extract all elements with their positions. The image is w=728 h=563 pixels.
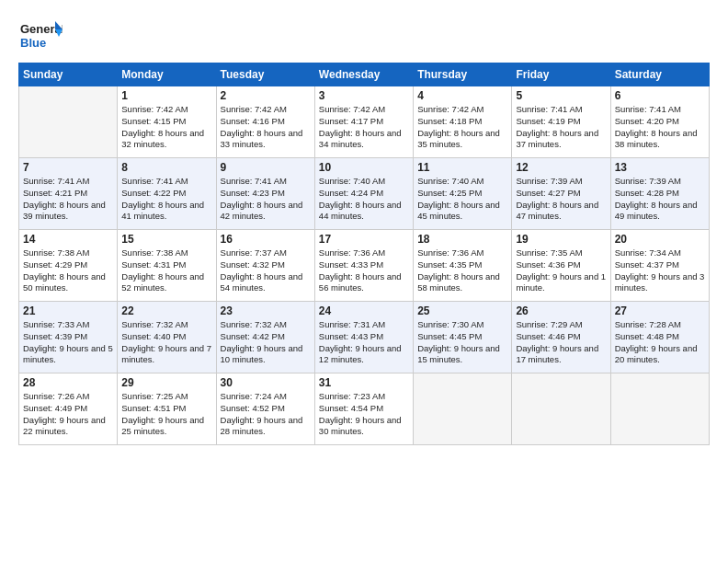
calendar-cell: 9Sunrise: 7:41 AM Sunset: 4:23 PM Daylig…: [216, 158, 314, 230]
cell-info: Sunrise: 7:36 AM Sunset: 4:33 PM Dayligh…: [319, 247, 409, 294]
calendar-cell: 29Sunrise: 7:25 AM Sunset: 4:51 PM Dayli…: [118, 373, 216, 445]
day-number: 1: [121, 89, 211, 102]
weekday-header: Saturday: [610, 63, 709, 86]
cell-info: Sunrise: 7:42 AM Sunset: 4:18 PM Dayligh…: [417, 104, 507, 151]
calendar-cell: 26Sunrise: 7:29 AM Sunset: 4:46 PM Dayli…: [512, 302, 610, 373]
cell-info: Sunrise: 7:41 AM Sunset: 4:20 PM Dayligh…: [615, 104, 705, 151]
cell-info: Sunrise: 7:37 AM Sunset: 4:32 PM Dayligh…: [221, 247, 311, 294]
calendar-cell: 13Sunrise: 7:39 AM Sunset: 4:28 PM Dayli…: [610, 158, 709, 230]
cell-info: Sunrise: 7:24 AM Sunset: 4:52 PM Dayligh…: [221, 391, 311, 438]
day-number: 28: [23, 376, 113, 389]
calendar-cell: 6Sunrise: 7:41 AM Sunset: 4:20 PM Daylig…: [610, 86, 709, 158]
calendar-cell: 10Sunrise: 7:40 AM Sunset: 4:24 PM Dayli…: [314, 158, 413, 230]
calendar-cell: 30Sunrise: 7:24 AM Sunset: 4:52 PM Dayli…: [216, 373, 314, 445]
calendar-cell: [610, 373, 709, 445]
calendar-cell: 7Sunrise: 7:41 AM Sunset: 4:21 PM Daylig…: [19, 158, 118, 230]
calendar-week-row: 28Sunrise: 7:26 AM Sunset: 4:49 PM Dayli…: [19, 373, 710, 445]
calendar-cell: 5Sunrise: 7:41 AM Sunset: 4:19 PM Daylig…: [512, 86, 610, 158]
day-number: 6: [615, 89, 705, 102]
calendar-cell: [512, 373, 610, 445]
calendar-week-row: 21Sunrise: 7:33 AM Sunset: 4:39 PM Dayli…: [19, 302, 710, 373]
day-number: 25: [417, 304, 507, 317]
cell-info: Sunrise: 7:41 AM Sunset: 4:22 PM Dayligh…: [121, 176, 211, 223]
calendar-cell: 16Sunrise: 7:37 AM Sunset: 4:32 PM Dayli…: [216, 230, 314, 302]
cell-info: Sunrise: 7:25 AM Sunset: 4:51 PM Dayligh…: [121, 391, 211, 438]
calendar-cell: 19Sunrise: 7:35 AM Sunset: 4:36 PM Dayli…: [512, 230, 610, 302]
day-number: 20: [615, 233, 705, 246]
calendar-cell: 18Sunrise: 7:36 AM Sunset: 4:35 PM Dayli…: [414, 230, 512, 302]
calendar-cell: 3Sunrise: 7:42 AM Sunset: 4:17 PM Daylig…: [314, 86, 413, 158]
calendar-cell: 11Sunrise: 7:40 AM Sunset: 4:25 PM Dayli…: [414, 158, 512, 230]
calendar-cell: 25Sunrise: 7:30 AM Sunset: 4:45 PM Dayli…: [414, 302, 512, 373]
header: General Blue: [18, 17, 710, 53]
day-number: 8: [121, 161, 211, 174]
calendar-cell: [414, 373, 512, 445]
calendar-body: 1Sunrise: 7:42 AM Sunset: 4:15 PM Daylig…: [19, 86, 710, 445]
day-number: 19: [516, 233, 606, 246]
day-number: 24: [319, 304, 409, 317]
day-number: 10: [319, 161, 409, 174]
cell-info: Sunrise: 7:36 AM Sunset: 4:35 PM Dayligh…: [417, 247, 507, 294]
calendar-week-row: 14Sunrise: 7:38 AM Sunset: 4:29 PM Dayli…: [19, 230, 710, 302]
calendar-cell: 28Sunrise: 7:26 AM Sunset: 4:49 PM Dayli…: [19, 373, 118, 445]
weekday-header: Sunday: [19, 63, 118, 86]
calendar-cell: 4Sunrise: 7:42 AM Sunset: 4:18 PM Daylig…: [414, 86, 512, 158]
calendar-cell: 20Sunrise: 7:34 AM Sunset: 4:37 PM Dayli…: [610, 230, 709, 302]
cell-info: Sunrise: 7:28 AM Sunset: 4:48 PM Dayligh…: [615, 319, 705, 366]
cell-info: Sunrise: 7:34 AM Sunset: 4:37 PM Dayligh…: [615, 247, 705, 294]
weekday-header: Monday: [118, 63, 216, 86]
cell-info: Sunrise: 7:35 AM Sunset: 4:36 PM Dayligh…: [516, 247, 606, 294]
cell-info: Sunrise: 7:40 AM Sunset: 4:24 PM Dayligh…: [319, 176, 409, 223]
cell-info: Sunrise: 7:30 AM Sunset: 4:45 PM Dayligh…: [417, 319, 507, 366]
day-number: 22: [121, 304, 211, 317]
calendar-header-row: SundayMondayTuesdayWednesdayThursdayFrid…: [19, 63, 710, 86]
calendar-cell: 2Sunrise: 7:42 AM Sunset: 4:16 PM Daylig…: [216, 86, 314, 158]
cell-info: Sunrise: 7:29 AM Sunset: 4:46 PM Dayligh…: [516, 319, 606, 366]
cell-info: Sunrise: 7:41 AM Sunset: 4:23 PM Dayligh…: [221, 176, 311, 223]
calendar-cell: 22Sunrise: 7:32 AM Sunset: 4:40 PM Dayli…: [118, 302, 216, 373]
weekday-header: Thursday: [414, 63, 512, 86]
calendar-cell: [19, 86, 118, 158]
cell-info: Sunrise: 7:41 AM Sunset: 4:19 PM Dayligh…: [516, 104, 606, 151]
weekday-header: Wednesday: [314, 63, 413, 86]
calendar-cell: 8Sunrise: 7:41 AM Sunset: 4:22 PM Daylig…: [118, 158, 216, 230]
calendar-cell: 27Sunrise: 7:28 AM Sunset: 4:48 PM Dayli…: [610, 302, 709, 373]
day-number: 23: [221, 304, 311, 317]
cell-info: Sunrise: 7:42 AM Sunset: 4:16 PM Dayligh…: [221, 104, 311, 151]
day-number: 3: [319, 89, 409, 102]
cell-info: Sunrise: 7:33 AM Sunset: 4:39 PM Dayligh…: [23, 319, 113, 366]
cell-info: Sunrise: 7:31 AM Sunset: 4:43 PM Dayligh…: [319, 319, 409, 366]
day-number: 2: [221, 89, 311, 102]
day-number: 26: [516, 304, 606, 317]
day-number: 27: [615, 304, 705, 317]
calendar-cell: 17Sunrise: 7:36 AM Sunset: 4:33 PM Dayli…: [314, 230, 413, 302]
day-number: 12: [516, 161, 606, 174]
day-number: 13: [615, 161, 705, 174]
day-number: 11: [417, 161, 507, 174]
cell-info: Sunrise: 7:38 AM Sunset: 4:31 PM Dayligh…: [121, 247, 211, 294]
calendar-cell: 1Sunrise: 7:42 AM Sunset: 4:15 PM Daylig…: [118, 86, 216, 158]
day-number: 30: [221, 376, 311, 389]
calendar-cell: 21Sunrise: 7:33 AM Sunset: 4:39 PM Dayli…: [19, 302, 118, 373]
calendar-cell: 31Sunrise: 7:23 AM Sunset: 4:54 PM Dayli…: [314, 373, 413, 445]
cell-info: Sunrise: 7:40 AM Sunset: 4:25 PM Dayligh…: [417, 176, 507, 223]
weekday-header: Tuesday: [216, 63, 314, 86]
day-number: 4: [417, 89, 507, 102]
cell-info: Sunrise: 7:39 AM Sunset: 4:27 PM Dayligh…: [516, 176, 606, 223]
day-number: 9: [221, 161, 311, 174]
calendar-cell: 23Sunrise: 7:32 AM Sunset: 4:42 PM Dayli…: [216, 302, 314, 373]
day-number: 18: [417, 233, 507, 246]
cell-info: Sunrise: 7:38 AM Sunset: 4:29 PM Dayligh…: [23, 247, 113, 294]
day-number: 29: [121, 376, 211, 389]
cell-info: Sunrise: 7:23 AM Sunset: 4:54 PM Dayligh…: [319, 391, 409, 438]
cell-info: Sunrise: 7:42 AM Sunset: 4:17 PM Dayligh…: [319, 104, 409, 151]
page-container: General Blue SundayMondayTuesdayWednesda…: [0, 0, 728, 454]
day-number: 31: [319, 376, 409, 389]
cell-info: Sunrise: 7:32 AM Sunset: 4:40 PM Dayligh…: [121, 319, 211, 366]
calendar-cell: 15Sunrise: 7:38 AM Sunset: 4:31 PM Dayli…: [118, 230, 216, 302]
calendar-cell: 24Sunrise: 7:31 AM Sunset: 4:43 PM Dayli…: [314, 302, 413, 373]
calendar-table: SundayMondayTuesdayWednesdayThursdayFrid…: [18, 63, 710, 445]
day-number: 21: [23, 304, 113, 317]
calendar-cell: 12Sunrise: 7:39 AM Sunset: 4:27 PM Dayli…: [512, 158, 610, 230]
cell-info: Sunrise: 7:39 AM Sunset: 4:28 PM Dayligh…: [615, 176, 705, 223]
